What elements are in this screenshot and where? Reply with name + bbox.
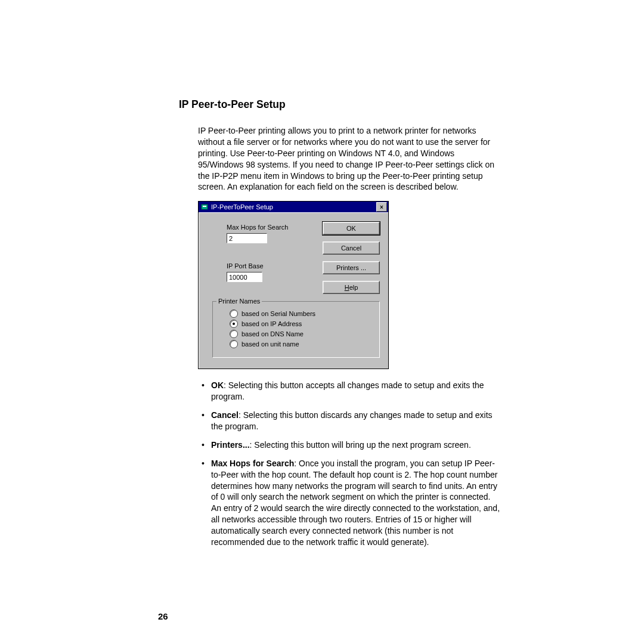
desc-cancel: : Selecting this button discards any cha… [211, 410, 493, 431]
ip-port-base-label: IP Port Base [227, 262, 323, 270]
list-item: Printers...: Selecting this button will … [198, 439, 501, 451]
radio-label: based on Serial Numbers [242, 310, 315, 317]
printer-names-group: Printer Names based on Serial Numbers ba… [212, 301, 380, 358]
max-hops-input[interactable] [227, 233, 267, 243]
svg-rect-1 [203, 206, 206, 207]
desc-ok: : Selecting this button accepts all chan… [211, 380, 484, 401]
cancel-button[interactable]: Cancel [323, 242, 380, 255]
desc-max-hops: : Once you install the program, you can … [211, 459, 500, 547]
close-icon[interactable]: × [376, 202, 387, 212]
radio-icon [230, 330, 238, 338]
radio-serial-numbers[interactable]: based on Serial Numbers [230, 309, 373, 318]
term-cancel: Cancel [211, 410, 239, 420]
page-number: 26 [158, 611, 168, 621]
radio-dns-name[interactable]: based on DNS Name [230, 330, 373, 338]
radio-icon [230, 320, 238, 328]
peer-to-peer-dialog: IP-PeerToPeer Setup × Max Hops for Searc… [198, 201, 389, 369]
list-item: Cancel: Selecting this button discards a… [198, 410, 501, 432]
help-accel: H [345, 284, 349, 291]
dialog-titlebar: IP-PeerToPeer Setup × [199, 202, 388, 212]
dialog-title: IP-PeerToPeer Setup [211, 203, 376, 210]
radio-label: based on unit name [242, 340, 299, 348]
radio-icon [230, 309, 238, 318]
max-hops-label: Max Hops for Search [227, 224, 323, 231]
list-item: OK: Selecting this button accepts all ch… [198, 380, 501, 402]
term-max-hops: Max Hops for Search [211, 459, 294, 468]
term-printers: Printers... [211, 440, 250, 450]
section-heading: IP Peer-to-Peer Setup [179, 98, 501, 111]
description-list: OK: Selecting this button accepts all ch… [198, 380, 501, 548]
ok-button[interactable]: OK [323, 222, 380, 235]
desc-printers: : Selecting this button will bring up th… [250, 440, 471, 450]
term-ok: OK [211, 380, 224, 390]
radio-label: based on IP Address [242, 320, 302, 327]
app-icon [200, 203, 209, 211]
help-post: elp [349, 284, 358, 291]
radio-unit-name[interactable]: based on unit name [230, 340, 373, 348]
printer-names-legend: Printer Names [216, 298, 262, 305]
printers-button[interactable]: Printers ... [323, 261, 380, 274]
ip-port-base-input[interactable] [227, 272, 262, 282]
radio-label: based on DNS Name [242, 330, 304, 338]
radio-icon [230, 340, 238, 348]
dialog-client-area: Max Hops for Search IP Port Base OK Canc… [199, 212, 388, 369]
help-button[interactable]: Help [323, 281, 380, 294]
intro-paragraph: IP Peer-to-Peer printing allows you to p… [198, 125, 501, 193]
list-item: Max Hops for Search: Once you install th… [198, 458, 501, 548]
radio-ip-address[interactable]: based on IP Address [230, 320, 373, 328]
